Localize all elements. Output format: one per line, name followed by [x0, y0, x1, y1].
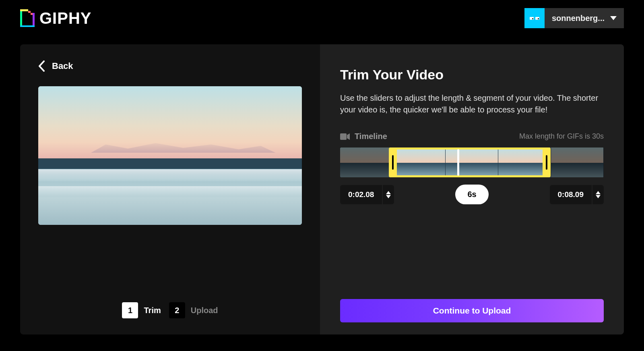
duration-pill: 6s	[455, 185, 488, 204]
end-time-control: 0:08.09	[550, 185, 604, 204]
end-time-stepper[interactable]	[592, 185, 604, 204]
svg-rect-8	[340, 133, 347, 140]
back-button[interactable]: Back	[38, 60, 302, 72]
chevron-up-icon[interactable]	[386, 191, 391, 194]
svg-marker-7	[610, 16, 617, 20]
trim-panel: Trim Your Video Use the sliders to adjus…	[320, 44, 624, 334]
step-number: 2	[169, 302, 185, 318]
chevron-down-icon	[610, 16, 624, 20]
step-number: 1	[122, 302, 138, 318]
playhead[interactable]	[457, 149, 459, 176]
logo[interactable]: GIPHY	[20, 9, 91, 27]
step-upload[interactable]: 2 Upload	[169, 302, 218, 318]
start-time-stepper[interactable]	[383, 185, 394, 204]
step-label: Trim	[144, 306, 161, 315]
back-label: Back	[52, 61, 73, 71]
header: GIPHY sonnenberg...	[0, 0, 644, 36]
timeline-dim-right	[550, 147, 604, 177]
svg-marker-10	[386, 191, 391, 194]
workspace: Back 1 Trim 2 Upload Trim Your Video Use…	[20, 44, 624, 334]
start-time-value: 0:02.08	[340, 185, 382, 204]
preview-panel: Back 1 Trim 2 Upload	[20, 44, 320, 334]
svg-rect-1	[33, 15, 35, 25]
trim-handle-start[interactable]	[389, 147, 397, 177]
chevron-up-icon[interactable]	[596, 191, 601, 194]
chevron-down-icon[interactable]	[386, 195, 391, 198]
start-time-control: 0:02.08	[340, 185, 394, 204]
svg-marker-9	[347, 133, 350, 140]
end-time-value: 0:08.09	[550, 185, 592, 204]
timeline-header: Timeline Max length for GIFs is 30s	[340, 132, 604, 141]
panel-title: Trim Your Video	[340, 67, 604, 83]
step-indicator: 1 Trim 2 Upload	[38, 302, 302, 322]
trim-handle-end[interactable]	[543, 147, 551, 177]
time-controls: 0:02.08 6s 0:08.09	[340, 185, 604, 204]
svg-rect-4	[28, 11, 31, 13]
username: sonnenberg...	[545, 14, 610, 23]
avatar	[524, 8, 545, 28]
video-preview[interactable]	[38, 86, 302, 225]
svg-rect-2	[20, 25, 35, 27]
panel-description: Use the sliders to adjust the length & s…	[340, 92, 604, 116]
svg-marker-13	[596, 195, 601, 198]
svg-rect-0	[20, 11, 22, 25]
chevron-down-icon[interactable]	[596, 195, 601, 198]
svg-rect-3	[20, 9, 28, 11]
video-icon	[340, 133, 350, 140]
timeline-dim-left	[340, 147, 390, 177]
timeline[interactable]	[340, 147, 604, 177]
timeline-hint: Max length for GIFs is 30s	[519, 132, 604, 141]
user-menu[interactable]: sonnenberg...	[524, 8, 624, 28]
continue-button-label: Continue to Upload	[433, 306, 511, 316]
timeline-label: Timeline	[355, 132, 387, 141]
continue-button[interactable]: Continue to Upload	[340, 299, 604, 322]
svg-marker-11	[386, 195, 391, 198]
trim-selection	[390, 147, 550, 177]
giphy-logo-icon	[20, 9, 35, 27]
svg-rect-6	[33, 13, 35, 15]
brand-name: GIPHY	[39, 9, 91, 27]
chevron-left-icon	[38, 60, 45, 72]
step-trim[interactable]: 1 Trim	[122, 302, 161, 318]
svg-marker-12	[596, 191, 601, 194]
step-label: Upload	[191, 306, 218, 315]
